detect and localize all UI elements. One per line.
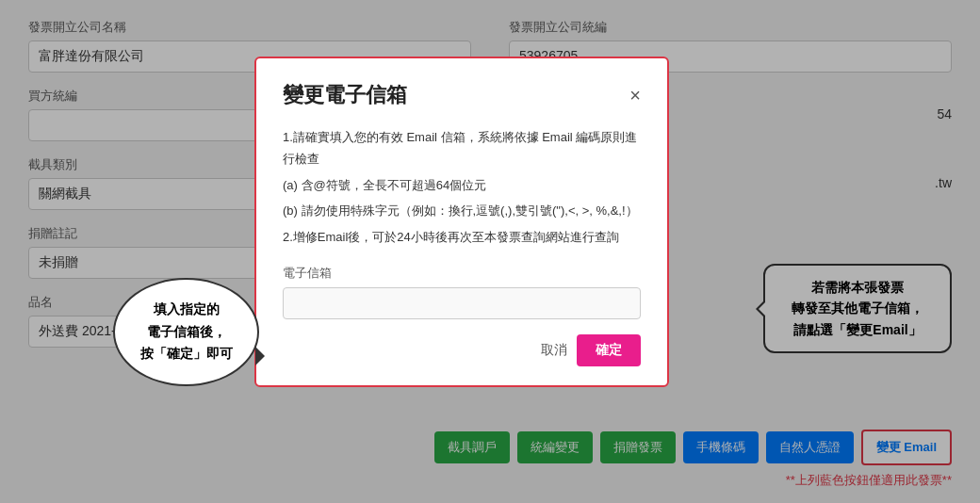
modal-close-button[interactable]: ×: [629, 86, 641, 105]
modal-instruction2: (a) 含@符號，全長不可超過64個位元: [283, 174, 641, 196]
modal-title: 變更電子信箱: [283, 81, 407, 109]
modal-dialog: 變更電子信箱 × 1.請確實填入您的有效 Email 信箱，系統將依據 Emai…: [254, 57, 669, 387]
speech-bubble-left-text: 填入指定的電子信箱後，按「確定」即可: [140, 299, 233, 365]
modal-header: 變更電子信箱 ×: [283, 81, 641, 109]
modal-instruction4: 2.增修Email後，可於24小時後再次至本發票查詢網站進行查詢: [283, 226, 641, 248]
modal-footer: 取消 確定: [283, 334, 641, 366]
modal-instruction3: (b) 請勿使用特殊字元（例如：換行,逗號(,),雙引號("),<, >, %,…: [283, 200, 641, 221]
confirm-button[interactable]: 確定: [577, 334, 641, 366]
modal-body: 1.請確實填入您的有效 Email 信箱，系統將依據 Email 編碼原則進行檢…: [283, 126, 641, 248]
modal-overlay: 填入指定的電子信箱後，按「確定」即可 變更電子信箱 × 1.請確實填入您的有效 …: [0, 0, 980, 503]
modal-input-area: 電子信箱: [283, 265, 641, 334]
email-input[interactable]: [283, 287, 641, 319]
email-label: 電子信箱: [283, 265, 641, 282]
speech-bubble-left: 填入指定的電子信箱後，按「確定」即可: [113, 278, 259, 386]
cancel-button[interactable]: 取消: [541, 342, 567, 359]
modal-instruction1: 1.請確實填入您的有效 Email 信箱，系統將依據 Email 編碼原則進行檢…: [283, 126, 641, 170]
